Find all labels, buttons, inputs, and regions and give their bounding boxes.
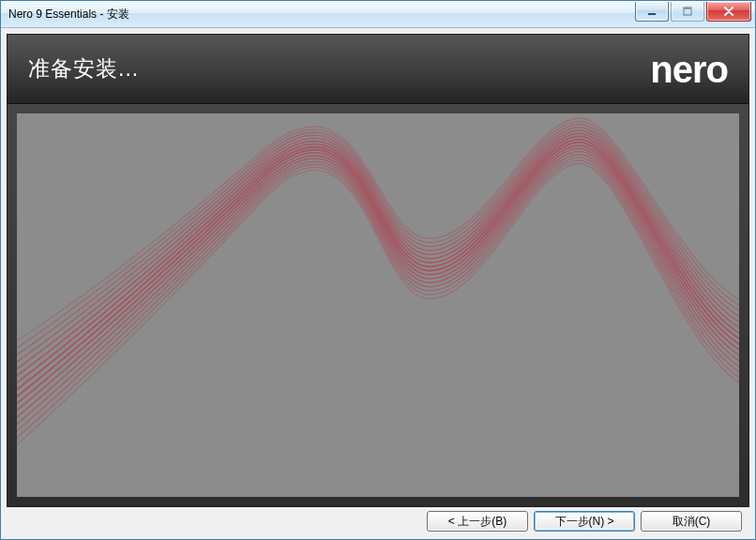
wave-artwork (17, 113, 739, 497)
window-title: Nero 9 Essentials - 安装 (8, 7, 129, 22)
installer-window: Nero 9 Essentials - 安装 准备安装... nero (0, 0, 756, 540)
maximize-button (671, 2, 704, 22)
svg-rect-2 (684, 8, 691, 9)
close-button[interactable] (706, 2, 751, 22)
next-button[interactable]: 下一步(N) > (534, 511, 635, 532)
minimize-button[interactable] (635, 2, 669, 22)
page-title: 准备安装... (28, 54, 139, 83)
window-controls (633, 1, 751, 22)
svg-rect-0 (648, 13, 656, 15)
panel-header: 准备安装... nero (8, 35, 748, 104)
nero-logo: nero (650, 51, 728, 88)
titlebar[interactable]: Nero 9 Essentials - 安装 (1, 1, 755, 28)
cancel-button[interactable]: 取消(C) (641, 511, 742, 532)
installer-panel: 准备安装... nero (7, 34, 749, 507)
footer: < 上一步(B) 下一步(N) > 取消(C) (7, 507, 749, 535)
panel-body (17, 113, 739, 497)
client-area: 准备安装... nero < 上一步(B) 下一步(N) > 取消(C) (1, 28, 755, 539)
back-button[interactable]: < 上一步(B) (427, 511, 528, 532)
